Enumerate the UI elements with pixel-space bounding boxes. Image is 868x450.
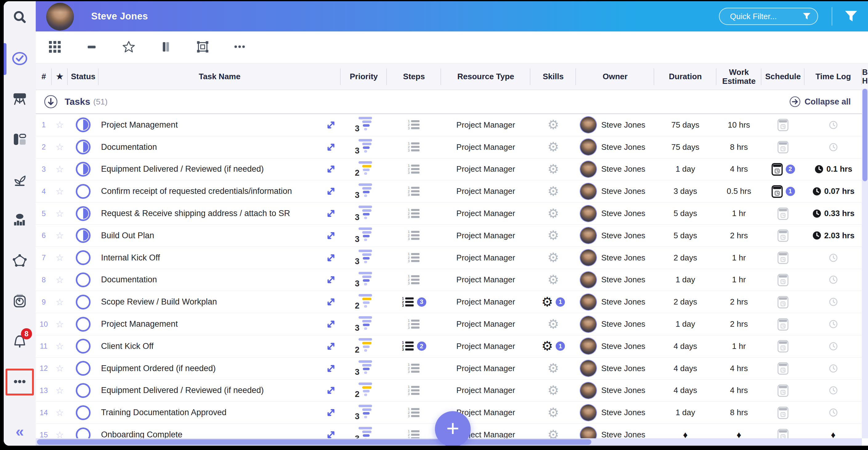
column-header-billed[interactable]: B H	[862, 63, 868, 90]
steps-button[interactable]: 123	[408, 319, 420, 329]
schedule-button[interactable]	[777, 406, 789, 420]
owner-cell[interactable]: Steve Jones	[576, 114, 654, 136]
sidebar-item-time-tracking[interactable]	[4, 281, 36, 322]
expand-task-button[interactable]	[326, 386, 336, 395]
time-log-button[interactable]	[829, 341, 838, 351]
task-name[interactable]: Internal Kick Off	[101, 253, 160, 263]
collapse-group-button[interactable]	[44, 95, 58, 109]
task-row[interactable]: 3☆Equipment Delivered / Reviewed (if nee…	[36, 158, 868, 181]
task-name[interactable]: Equipment Delivered / Reviewed (if neede…	[101, 164, 264, 174]
quick-filter-button[interactable]: Quick Filter...	[719, 8, 818, 25]
task-row[interactable]: 10☆Project Management3123Project Manager…	[36, 313, 868, 335]
column-header-work-estimate[interactable]: Work Estimate	[716, 63, 762, 90]
priority-indicator[interactable]: 3	[355, 205, 373, 222]
time-log-button[interactable]: 0.1 hrs	[814, 164, 852, 174]
expand-task-button[interactable]	[326, 319, 336, 329]
collapse-sidebar-button[interactable]: «	[16, 424, 24, 439]
time-log-button[interactable]	[829, 319, 838, 329]
horizontal-scrollbar-thumb[interactable]	[37, 439, 591, 445]
user-avatar[interactable]	[46, 3, 74, 31]
task-name[interactable]: Documentation	[101, 142, 157, 152]
task-row[interactable]: 8☆Documentation3123Project Manager⚙Steve…	[36, 269, 868, 291]
task-name[interactable]: Request & Receive shipping address / att…	[101, 209, 290, 218]
task-name[interactable]: Project Management	[101, 120, 178, 130]
task-row[interactable]: 1☆Project Management3123Project Manager⚙…	[36, 114, 868, 136]
schedule-button[interactable]	[777, 361, 789, 376]
status-circle-icon[interactable]	[76, 162, 91, 177]
skills-button[interactable]: ⚙	[547, 118, 559, 131]
favorite-star-icon[interactable]: ☆	[56, 386, 64, 395]
task-row[interactable]: 12☆Equipment Ordered (if needed)3123Proj…	[36, 358, 868, 380]
schedule-button[interactable]	[777, 229, 789, 243]
favorite-star-icon[interactable]: ☆	[56, 364, 64, 373]
priority-indicator[interactable]: 3	[355, 249, 373, 266]
time-log-button[interactable]	[829, 297, 838, 307]
status-circle-icon[interactable]	[76, 405, 91, 420]
status-circle-icon[interactable]	[76, 184, 91, 199]
expand-task-button[interactable]	[326, 142, 336, 152]
owner-cell[interactable]: Steve Jones	[576, 136, 654, 158]
schedule-button[interactable]	[777, 339, 789, 353]
time-log-button[interactable]	[829, 253, 838, 263]
filter-button[interactable]	[845, 10, 858, 23]
expand-task-button[interactable]	[326, 231, 336, 240]
owner-cell[interactable]: Steve Jones	[576, 358, 654, 380]
expand-task-button[interactable]	[326, 341, 336, 351]
priority-indicator[interactable]: 3	[355, 227, 373, 244]
sidebar-item-network[interactable]	[4, 241, 36, 281]
column-header-favorite[interactable]: ★	[52, 63, 68, 90]
favorite-star-icon[interactable]: ☆	[56, 209, 64, 218]
sidebar-item-growth[interactable]	[4, 160, 36, 200]
task-name[interactable]: Equipment Ordered (if needed)	[101, 364, 216, 373]
priority-indicator[interactable]: 3	[355, 271, 373, 289]
favorite-star-icon[interactable]: ☆	[56, 341, 64, 351]
steps-button[interactable]: 123	[408, 164, 420, 175]
sidebar-search-button[interactable]	[4, 2, 36, 33]
schedule-button[interactable]	[777, 273, 789, 287]
skills-button[interactable]: ⚙	[547, 251, 559, 264]
owner-cell[interactable]: Steve Jones	[576, 247, 654, 269]
column-header-duration[interactable]: Duration	[654, 63, 716, 90]
expand-task-button[interactable]	[326, 253, 336, 263]
favorite-star-icon[interactable]: ☆	[56, 142, 64, 152]
vertical-scrollbar[interactable]	[862, 89, 868, 438]
time-log-button[interactable]: 2.03 hrs	[812, 231, 855, 240]
column-header-resource-type[interactable]: Resource Type	[441, 63, 530, 90]
schedule-button[interactable]	[777, 207, 789, 221]
toolbar-frame-button[interactable]	[196, 40, 210, 55]
skills-button[interactable]: ⚙1	[541, 340, 565, 353]
expand-task-button[interactable]	[326, 364, 336, 373]
task-row[interactable]: 5☆Request & Receive shipping address / a…	[36, 203, 868, 225]
collapse-all-button[interactable]: Collapse all	[789, 96, 851, 108]
task-row[interactable]: 4☆Confirm receipt of requested credentia…	[36, 180, 868, 203]
expand-task-button[interactable]	[326, 164, 336, 174]
column-header-time-log[interactable]: Time Log	[805, 63, 862, 90]
task-row[interactable]: 9☆Scope Review / Build Workplan21233Proj…	[36, 291, 868, 313]
task-row[interactable]: 11☆Client Kick Off21232Project Manager⚙1…	[36, 335, 868, 358]
column-header-steps[interactable]: Steps	[387, 63, 441, 90]
owner-cell[interactable]: Steve Jones	[576, 203, 654, 224]
toolbar-more-button[interactable]	[233, 40, 246, 55]
schedule-button[interactable]: 1	[771, 184, 795, 199]
status-circle-icon[interactable]	[76, 361, 91, 376]
task-name[interactable]: Client Kick Off	[101, 341, 154, 351]
skills-button[interactable]: ⚙	[547, 273, 559, 286]
status-circle-icon[interactable]	[76, 117, 91, 132]
schedule-button[interactable]	[777, 250, 789, 265]
task-name[interactable]: Scope Review / Build Workplan	[101, 297, 217, 307]
steps-button[interactable]: 1233	[402, 297, 426, 307]
owner-cell[interactable]: Steve Jones	[576, 180, 654, 202]
toolbar-star-button[interactable]	[122, 40, 135, 55]
column-header-task-name[interactable]: Task Name	[99, 63, 341, 90]
schedule-button[interactable]: 2	[771, 162, 795, 176]
favorite-star-icon[interactable]: ☆	[56, 408, 64, 417]
task-name[interactable]: Equipment Delivered / Reviewed (if neede…	[101, 386, 264, 395]
task-name[interactable]: Training Documentation Approved	[101, 408, 226, 417]
status-circle-icon[interactable]	[76, 383, 91, 398]
task-name[interactable]: Confirm receipt of requested credentials…	[101, 186, 292, 196]
skills-button[interactable]: ⚙	[547, 163, 559, 176]
expand-task-button[interactable]	[326, 275, 336, 284]
time-log-button[interactable]	[829, 364, 838, 373]
owner-cell[interactable]: Steve Jones	[576, 158, 654, 180]
column-header-num[interactable]: #	[36, 63, 52, 90]
